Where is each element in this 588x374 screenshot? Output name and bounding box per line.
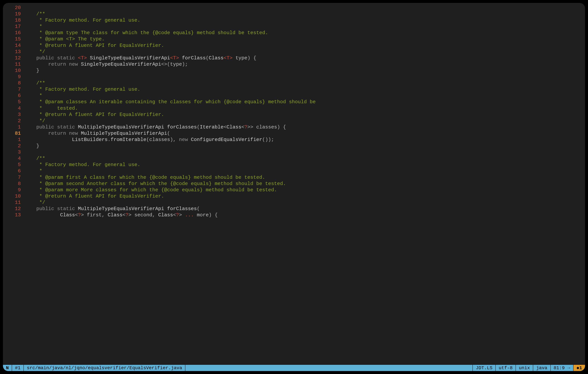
line-content: /**	[24, 80, 585, 86]
line-content: *	[24, 92, 585, 99]
line-content: public static MultipleTypeEqualsVerifier…	[24, 206, 585, 212]
line-number: 3	[3, 111, 24, 118]
line-number: 13	[3, 49, 24, 55]
line-number: 5	[3, 99, 24, 105]
line-content: *	[24, 23, 585, 30]
line-content: * @return A fluent API for EqualsVerifie…	[24, 42, 585, 49]
code-line[interactable]: 1 public static MultipleTypeEqualsVerifi…	[3, 124, 585, 130]
line-number: 17	[3, 23, 24, 30]
status-encoding: utf-8	[495, 365, 515, 371]
line-content: Class<?> first, Class<?> second, Class<?…	[24, 212, 585, 218]
status-buffer: #1	[12, 365, 24, 371]
line-number: 11	[3, 199, 24, 206]
code-line[interactable]: 16 * @param type The class for which the…	[3, 30, 585, 36]
line-number: 5	[3, 162, 24, 168]
line-content: /**	[24, 11, 585, 17]
line-number: 18	[3, 17, 24, 23]
line-number: 3	[3, 149, 24, 155]
line-content: return new MultipleTypeEqualsVerifierApi…	[24, 130, 585, 137]
line-number: 2	[3, 143, 24, 149]
line-number: 9	[3, 74, 24, 80]
line-number: 81	[3, 130, 24, 137]
editor-window: 2019 /**18 * Factory method. For general…	[3, 3, 585, 371]
code-line[interactable]: 10 }	[3, 67, 585, 74]
line-content: * @param <T> The type.	[24, 36, 585, 42]
line-content: public static MultipleTypeEqualsVerifier…	[24, 124, 585, 130]
code-line[interactable]: 11 */	[3, 199, 585, 206]
code-line[interactable]: 6 *	[3, 92, 585, 99]
code-line[interactable]: 1 ListBuilders.fromIterable(classes), ne…	[3, 137, 585, 143]
line-number: 16	[3, 30, 24, 36]
line-content: public static <T> SingleTypeEqualsVerifi…	[24, 55, 585, 61]
code-line[interactable]: 12 public static <T> SingleTypeEqualsVer…	[3, 55, 585, 61]
code-line[interactable]: 19 /**	[3, 11, 585, 17]
code-line[interactable]: 15 * @param <T> The type.	[3, 36, 585, 42]
code-line[interactable]: 8 * @param second Another class for whic…	[3, 181, 585, 187]
code-line[interactable]: 6 *	[3, 168, 585, 174]
code-line[interactable]: 4 /**	[3, 155, 585, 162]
status-position: 81:9 →	[550, 365, 573, 371]
line-number: 4	[3, 155, 24, 162]
status-lsp: JDT.LS	[472, 365, 495, 371]
status-filepath: src/main/java/nl/jqno/equalsverifier/Equ…	[24, 365, 185, 371]
code-line[interactable]: 14 * @return A fluent API for EqualsVeri…	[3, 42, 585, 49]
line-content: * @param type The class for which the {@…	[24, 30, 585, 36]
line-number: 15	[3, 36, 24, 42]
code-line[interactable]: 3 * @return A fluent API for EqualsVerif…	[3, 111, 585, 118]
code-line[interactable]: 7 * @param first A class for which the {…	[3, 174, 585, 181]
code-area[interactable]: 2019 /**18 * Factory method. For general…	[3, 3, 585, 364]
code-line[interactable]: 5 * Factory method. For general use.	[3, 162, 585, 168]
line-number: 19	[3, 11, 24, 17]
line-content: * @return A fluent API for EqualsVerifie…	[24, 111, 585, 118]
line-content: */	[24, 49, 585, 55]
line-content: * Factory method. For general use.	[24, 17, 585, 23]
code-line[interactable]: 2 }	[3, 143, 585, 149]
line-number: 4	[3, 105, 24, 111]
line-content: * @param more More classes for which the…	[24, 187, 585, 193]
line-number: 20	[3, 5, 24, 11]
status-filetype: java	[533, 365, 550, 371]
code-line[interactable]: 5 * @param classes An iterable containin…	[3, 99, 585, 105]
line-number: 1	[3, 124, 24, 130]
code-line[interactable]: 17 *	[3, 23, 585, 30]
line-number: 9	[3, 187, 24, 193]
line-number: 10	[3, 67, 24, 74]
line-number: 12	[3, 206, 24, 212]
status-spacer	[185, 365, 472, 371]
line-number: 14	[3, 42, 24, 49]
line-number: 6	[3, 92, 24, 99]
code-line[interactable]: 8 /**	[3, 80, 585, 86]
code-line[interactable]: 13 */	[3, 49, 585, 55]
code-line[interactable]: 9 * @param more More classes for which t…	[3, 187, 585, 193]
line-content: }	[24, 67, 585, 74]
line-number: 11	[3, 61, 24, 67]
line-content: * Factory method. For general use.	[24, 86, 585, 92]
line-content: * @param classes An iterable containing …	[24, 99, 585, 105]
line-number: 6	[3, 168, 24, 174]
code-line[interactable]: 12 public static MultipleTypeEqualsVerif…	[3, 206, 585, 212]
line-content: * Factory method. For general use.	[24, 162, 585, 168]
code-line[interactable]: 81 return new MultipleTypeEqualsVerifier…	[3, 130, 585, 137]
line-content: /**	[24, 155, 585, 162]
code-line[interactable]: 9	[3, 74, 585, 80]
line-number: 1	[3, 137, 24, 143]
line-content: * @param second Another class for which …	[24, 181, 585, 187]
status-warning: ◆1	[573, 365, 585, 371]
line-number: 8	[3, 80, 24, 86]
code-line[interactable]: 4 * tested.	[3, 105, 585, 111]
code-line[interactable]: 11 return new SingleTypeEqualsVerifierAp…	[3, 61, 585, 67]
status-fileformat: unix	[515, 365, 533, 371]
code-line[interactable]: 18 * Factory method. For general use.	[3, 17, 585, 23]
status-mode: N	[3, 365, 12, 371]
code-line[interactable]: 3	[3, 149, 585, 155]
code-line[interactable]: 2 */	[3, 118, 585, 124]
code-line[interactable]: 10 * @return A fluent API for EqualsVeri…	[3, 193, 585, 199]
line-content: * @param first A class for which the {@c…	[24, 174, 585, 181]
code-line[interactable]: 13 Class<?> first, Class<?> second, Clas…	[3, 212, 585, 218]
code-line[interactable]: 7 * Factory method. For general use.	[3, 86, 585, 92]
line-content: *	[24, 168, 585, 174]
line-content: * @return A fluent API for EqualsVerifie…	[24, 193, 585, 199]
code-line[interactable]: 20	[3, 5, 585, 11]
line-content: */	[24, 199, 585, 206]
line-number: 12	[3, 55, 24, 61]
